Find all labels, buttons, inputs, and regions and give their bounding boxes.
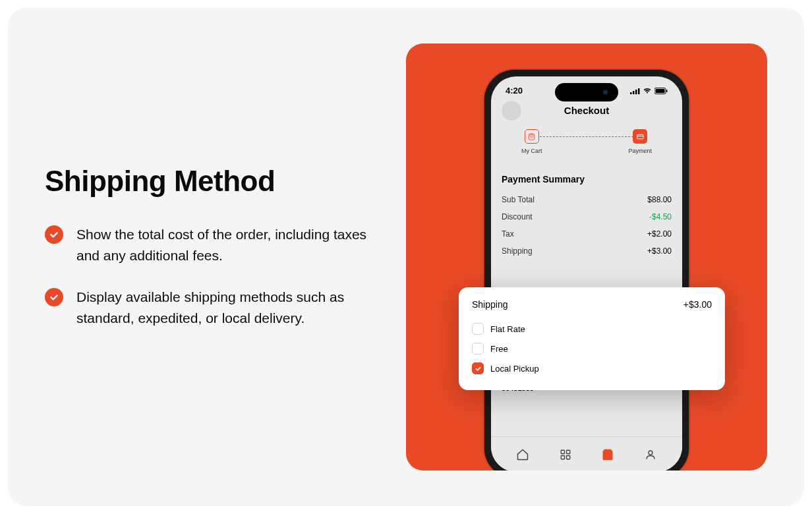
option-label: Flat Rate [490, 324, 525, 334]
summary-label: Shipping [502, 246, 533, 256]
summary-label: Discount [502, 212, 533, 221]
bag-icon [525, 129, 539, 144]
dynamic-island [555, 83, 618, 101]
svg-point-13 [649, 451, 652, 455]
popover-amount: +$3.00 [683, 299, 712, 310]
svg-rect-11 [561, 455, 564, 459]
popover-title: Shipping [472, 299, 508, 310]
left-content: Shipping Method Show the total cost of t… [45, 165, 369, 349]
wifi-icon [643, 88, 652, 94]
option-label: Free [490, 344, 508, 354]
checkbox-icon [472, 323, 484, 335]
bag-icon [601, 448, 614, 461]
screen-header: Checkout [502, 100, 672, 125]
back-button[interactable] [502, 101, 521, 121]
svg-rect-1 [633, 91, 635, 94]
svg-rect-12 [566, 455, 569, 459]
user-icon [645, 449, 656, 461]
shipping-popover: Shipping +$3.00 Flat Rate Free Local Pic… [459, 287, 725, 390]
svg-rect-2 [635, 90, 637, 94]
summary-value: +$3.00 [647, 246, 672, 256]
summary-title: Payment Summary [502, 165, 672, 191]
phone-device: 4:20 Checkout [484, 70, 689, 471]
svg-rect-6 [666, 90, 668, 92]
option-label: Local Pickup [490, 364, 539, 374]
shipping-option-free[interactable]: Free [472, 339, 712, 358]
battery-icon [654, 88, 668, 94]
signal-icon [630, 88, 640, 94]
summary-row-subtotal: Sub Total $88.00 [502, 191, 672, 208]
step-label: My Cart [521, 148, 542, 154]
check-icon [45, 288, 63, 306]
summary-value: +$2.00 [647, 229, 672, 239]
summary-row-tax: Tax +$2.00 [502, 225, 672, 243]
bullet-text: Display available shipping methods such … [76, 287, 369, 328]
summary-label: Sub Total [502, 195, 535, 204]
bottom-nav [491, 436, 682, 471]
summary-value: -$4.50 [649, 212, 672, 221]
checkbox-icon [472, 362, 484, 374]
svg-rect-7 [637, 134, 643, 138]
nav-profile[interactable] [643, 447, 658, 462]
summary-row-shipping: Shipping +$3.00 [502, 243, 672, 260]
status-indicators [630, 88, 668, 94]
nav-home[interactable] [515, 447, 530, 462]
shipping-option-flat-rate[interactable]: Flat Rate [472, 319, 712, 339]
phone-mockup-frame: 4:20 Checkout [406, 43, 767, 471]
svg-rect-3 [638, 88, 640, 94]
svg-rect-10 [566, 450, 569, 453]
step-payment[interactable]: Payment [628, 129, 652, 154]
summary-label: Tax [502, 229, 514, 239]
phone-screen: 4:20 Checkout [491, 76, 682, 471]
checkbox-icon [472, 343, 484, 355]
bullet-text: Show the total cost of the order, includ… [76, 224, 369, 266]
bullet-item: Show the total cost of the order, includ… [45, 224, 369, 266]
summary-value: $88.00 [647, 195, 672, 204]
home-icon [516, 448, 529, 461]
bullet-item: Display available shipping methods such … [45, 287, 369, 328]
grid-icon [560, 449, 571, 461]
shipping-option-local-pickup[interactable]: Local Pickup [472, 358, 712, 378]
nav-bag[interactable] [600, 447, 615, 462]
checkout-stepper: My Cart Payment [502, 125, 672, 165]
nav-grid[interactable] [558, 447, 573, 462]
screen-title: Checkout [564, 105, 609, 116]
page-title: Shipping Method [45, 165, 369, 198]
card-icon [633, 129, 647, 144]
svg-rect-9 [561, 450, 564, 453]
step-label: Payment [628, 148, 652, 154]
stepper-line [540, 136, 633, 137]
status-time: 4:20 [506, 86, 523, 96]
svg-rect-5 [656, 89, 665, 93]
svg-rect-0 [630, 92, 632, 94]
step-cart[interactable]: My Cart [521, 129, 542, 154]
check-icon [45, 225, 63, 244]
feature-card: Shipping Method Show the total cost of t… [8, 8, 804, 506]
summary-row-discount: Discount -$4.50 [502, 208, 672, 225]
